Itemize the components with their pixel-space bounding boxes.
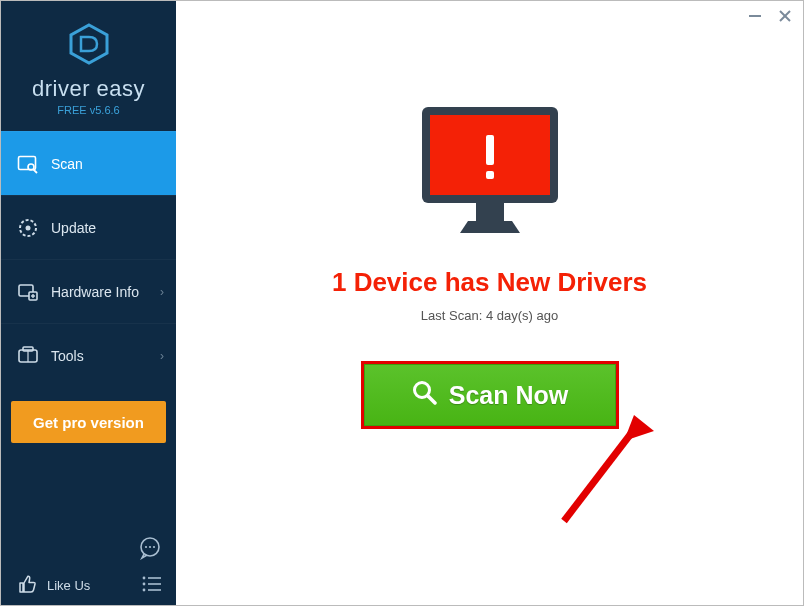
thumbs-up-icon [17,574,37,597]
svg-point-24 [143,589,146,592]
svg-point-17 [145,546,147,548]
get-pro-label: Get pro version [33,414,144,431]
sidebar-item-update[interactable]: Update [1,195,176,259]
sidebar-bottom: Like Us [1,536,176,605]
sidebar-item-hardware-info[interactable]: Hardware Info › [1,259,176,323]
svg-marker-3 [71,25,107,63]
svg-point-8 [26,225,31,230]
menu-icon[interactable] [142,576,162,595]
search-icon [411,379,437,411]
content-area: 1 Device has New Drivers Last Scan: 4 da… [176,1,803,605]
logo-area: driver easy FREE v5.6.6 [1,1,176,131]
sidebar-item-label: Update [51,220,96,236]
last-scan-text: Last Scan: 4 day(s) ago [421,308,558,323]
minimize-button[interactable] [747,8,763,24]
get-pro-button[interactable]: Get pro version [11,401,166,443]
svg-rect-4 [19,156,36,169]
headline-text: 1 Device has New Drivers [332,267,647,298]
tools-icon [17,345,39,367]
scan-now-button[interactable]: Scan Now [364,364,616,426]
main-area: driver easy FREE v5.6.6 Scan [1,1,803,605]
annotation-arrow-icon [546,413,666,537]
sidebar-item-label: Hardware Info [51,284,139,300]
feedback-icon[interactable] [138,536,162,564]
sidebar: driver easy FREE v5.6.6 Scan [1,1,176,605]
scan-icon [17,153,39,175]
like-us-row[interactable]: Like Us [1,574,176,597]
nav: Scan Update [1,131,176,387]
svg-line-35 [564,427,636,521]
svg-point-19 [153,546,155,548]
scan-now-label: Scan Now [449,381,568,410]
sidebar-item-tools[interactable]: Tools › [1,323,176,387]
app-window: driver easy FREE v5.6.6 Scan [0,0,804,606]
svg-rect-31 [486,171,494,179]
like-us-label: Like Us [47,578,90,593]
sidebar-item-label: Scan [51,156,83,172]
svg-marker-29 [460,221,520,233]
monitor-alert-icon [412,101,568,245]
svg-point-20 [143,577,146,580]
chevron-right-icon: › [160,349,164,363]
chevron-right-icon: › [160,285,164,299]
svg-marker-36 [624,415,654,441]
brand-version: FREE v5.6.6 [57,104,119,116]
sidebar-item-scan[interactable]: Scan [1,131,176,195]
logo-icon [67,22,111,70]
svg-line-33 [428,396,435,403]
titlebar [176,1,803,31]
svg-point-22 [143,583,146,586]
close-button[interactable] [777,8,793,24]
hardware-info-icon [17,281,39,303]
svg-rect-28 [476,203,504,221]
update-icon [17,217,39,239]
svg-point-18 [149,546,151,548]
sidebar-item-label: Tools [51,348,84,364]
scan-button-highlight: Scan Now [361,361,619,429]
svg-rect-30 [486,135,494,165]
brand-name: driver easy [32,76,145,102]
